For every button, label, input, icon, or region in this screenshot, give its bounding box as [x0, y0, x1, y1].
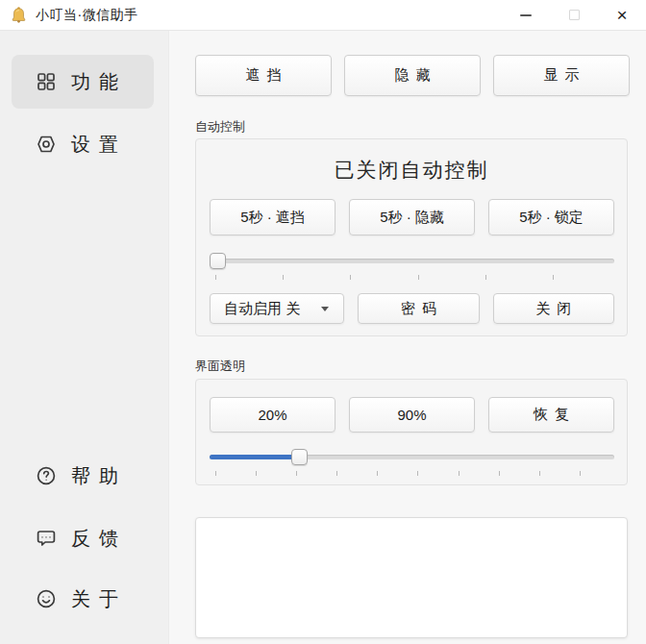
timer-lock-button[interactable]: 5秒 · 锁定 — [488, 199, 614, 235]
help-icon — [35, 464, 58, 487]
transparency-slider[interactable] — [210, 449, 614, 465]
slider-tick-marks — [215, 275, 609, 280]
auto-enable-dropdown[interactable]: 自动启用 关 — [210, 293, 344, 324]
sidebar-item-settings[interactable]: 设置 — [12, 117, 154, 171]
timer-block-button[interactable]: 5秒 · 遮挡 — [210, 199, 335, 235]
hide-button[interactable]: 隐藏 — [344, 55, 481, 96]
sidebar-item-label: 帮助 — [71, 463, 127, 489]
close-icon: × — [616, 6, 627, 24]
sidebar-item-label: 设置 — [71, 132, 127, 158]
transparency-restore-button[interactable]: 恢复 — [488, 397, 614, 433]
password-button[interactable]: 密码 — [358, 293, 479, 324]
transparency-groupbox: 20% 90% 恢复 — [195, 379, 628, 485]
close-button[interactable]: × — [598, 0, 646, 30]
auto-control-section-label: 自动控制 — [195, 118, 245, 136]
sidebar-item-feedback[interactable]: 反馈 — [12, 511, 154, 565]
block-button[interactable]: 遮挡 — [195, 55, 332, 96]
minimize-icon — [520, 14, 532, 16]
auto-enable-dropdown-value: 自动启用 关 — [224, 300, 300, 318]
gear-icon — [35, 133, 58, 156]
app-window: 小叮当·微信助手 × 功能 — [0, 0, 646, 644]
sidebar: 功能 设置 帮助 — [0, 31, 169, 644]
transparency-90-button[interactable]: 90% — [349, 397, 475, 433]
maximize-icon — [569, 10, 580, 20]
auto-control-groupbox: 已关闭自动控制 5秒 · 遮挡 5秒 · 隐藏 5秒 · 锁定 自动启用 关 密… — [195, 138, 628, 336]
chevron-down-icon — [321, 307, 329, 311]
slider-tick-marks — [215, 471, 609, 476]
log-textarea[interactable] — [195, 517, 628, 638]
slider-fill — [210, 455, 294, 459]
window-controls: × — [502, 0, 646, 30]
top-action-row: 遮挡 隐藏 显示 — [195, 55, 630, 96]
title-bar: 小叮当·微信助手 × — [0, 0, 646, 31]
transparency-section-label: 界面透明 — [195, 358, 245, 375]
maximize-button[interactable] — [550, 0, 598, 30]
main-panel: 遮挡 隐藏 显示 自动控制 已关闭自动控制 5秒 · 遮挡 5秒 · 隐藏 5秒… — [169, 31, 646, 644]
timer-button-row: 5秒 · 遮挡 5秒 · 隐藏 5秒 · 锁定 — [210, 199, 614, 235]
minimize-button[interactable] — [502, 0, 550, 30]
bell-app-icon — [10, 6, 28, 24]
grid-icon — [35, 70, 58, 93]
slider-track[interactable] — [210, 259, 614, 263]
window-title: 小叮当·微信助手 — [36, 7, 138, 24]
close-auto-button[interactable]: 关闭 — [493, 293, 614, 324]
transparency-button-row: 20% 90% 恢复 — [210, 397, 614, 433]
sidebar-item-label: 反馈 — [71, 526, 127, 552]
sidebar-item-label: 功能 — [71, 69, 127, 95]
auto-control-bottom-row: 自动启用 关 密码 关闭 — [210, 293, 614, 324]
timer-hide-button[interactable]: 5秒 · 隐藏 — [349, 199, 475, 235]
sidebar-item-label: 关于 — [71, 586, 127, 612]
slider-handle[interactable] — [210, 253, 226, 269]
sidebar-item-help[interactable]: 帮助 — [12, 449, 154, 503]
slider-handle[interactable] — [291, 449, 308, 465]
transparency-20-button[interactable]: 20% — [210, 397, 335, 433]
show-button[interactable]: 显示 — [493, 55, 630, 96]
smiley-icon — [35, 587, 58, 610]
feedback-icon — [35, 527, 58, 550]
auto-control-status: 已关闭自动控制 — [196, 157, 627, 184]
auto-control-slider[interactable] — [210, 253, 614, 269]
sidebar-item-features[interactable]: 功能 — [12, 55, 154, 109]
sidebar-item-about[interactable]: 关于 — [12, 572, 154, 626]
